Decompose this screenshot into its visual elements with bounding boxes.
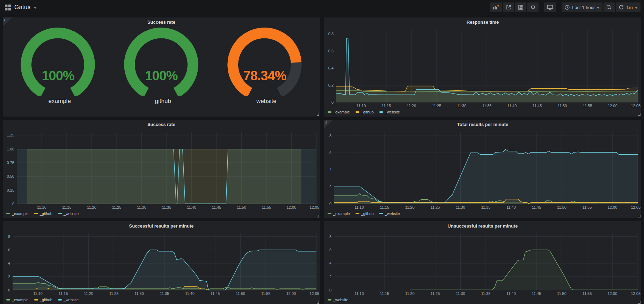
time-range-label: Last 1 hour (572, 5, 595, 10)
chart-canvas[interactable]: 11:1011:1511:2011:2511:3011:3511:4011:45… (324, 230, 641, 297)
refresh-button[interactable]: 1m (616, 2, 641, 12)
unsuccessful-results-chart[interactable]: 11:1011:1511:2011:2511:3011:3511:4011:45… (324, 230, 641, 297)
panel-info-icon[interactable]: i (3, 17, 12, 27)
total-results-chart[interactable]: 11:1011:1511:2011:2511:3011:3511:4011:45… (324, 129, 641, 210)
panel-title[interactable]: Total results per minute (457, 122, 508, 127)
legend-item-_github[interactable]: _github (356, 110, 374, 114)
legend-item-_github[interactable]: _github (34, 298, 52, 302)
save-button[interactable] (515, 2, 526, 12)
panel-resize-handle[interactable] (317, 301, 319, 304)
x-axis-tick-label: 11:20 (84, 291, 93, 296)
legend-item-_example[interactable]: _example (328, 110, 350, 114)
gear-icon: ⚙ (530, 5, 535, 10)
y-axis-tick-label: 2 (8, 275, 10, 279)
navbar: Gatus ⚙ (0, 0, 644, 15)
gauge-value-arc (130, 33, 193, 92)
share-button[interactable] (503, 2, 514, 12)
chart-canvas[interactable]: 11:1011:1511:2011:2511:3011:3511:4011:45… (3, 129, 320, 210)
x-axis-tick-label: 11:25 (432, 104, 441, 108)
x-axis-tick-label: 11:55 (261, 291, 271, 296)
panel-resize-handle[interactable] (317, 113, 319, 116)
add-panel-button[interactable] (490, 2, 502, 12)
x-axis-tick-label: 11:15 (382, 104, 391, 108)
chart-legend: _example_github_website (324, 210, 641, 218)
chart-legend: _example_github_website (3, 210, 320, 218)
cycle-view-button[interactable] (544, 2, 556, 12)
panel-resize-handle[interactable] (638, 215, 641, 217)
x-axis-tick-label: 11:55 (583, 205, 592, 209)
legend-item-_example[interactable]: _example (328, 212, 350, 216)
x-axis-tick-label: 12:05 (309, 205, 319, 209)
series-fill-_website (410, 250, 638, 290)
legend-swatch (328, 111, 331, 113)
x-axis-tick-label: 11:15 (380, 291, 389, 296)
x-axis-tick-label: 11:25 (431, 291, 440, 296)
panel-resize-handle[interactable] (317, 215, 319, 217)
successful-results-chart[interactable]: 11:1011:1511:2011:2511:3011:3511:4011:45… (3, 230, 320, 297)
x-axis-tick-label: 11:25 (109, 291, 119, 296)
panel-total-results: i Total results per minute 11:1011:1511:… (324, 120, 641, 218)
x-axis-tick-label: 11:40 (506, 205, 516, 209)
x-axis-tick-label: 12:00 (608, 205, 617, 209)
chart-canvas[interactable]: 11:1011:1511:2011:2511:3011:3511:4011:45… (3, 230, 320, 297)
series-fill-_website (17, 149, 316, 204)
gauge-_github: 100%_github (110, 27, 212, 114)
legend-item-_website[interactable]: _website (379, 110, 400, 114)
time-range-caret-icon (597, 7, 600, 9)
legend-label: _github (361, 212, 374, 216)
legend-item-_example[interactable]: _example (6, 298, 29, 302)
x-axis-tick-label: 11:50 (557, 205, 566, 209)
panel-title[interactable]: Response time (467, 20, 499, 25)
series-fill-_website (334, 149, 638, 204)
chart-canvas[interactable]: 11:1011:1511:2011:2511:3011:3511:4011:45… (324, 129, 641, 210)
x-axis-tick-label: 11:50 (558, 104, 567, 108)
y-axis-tick-label: 0.2 (328, 83, 334, 87)
time-range-button[interactable]: Last 1 hour (562, 2, 602, 12)
panel-resize-handle[interactable] (638, 113, 641, 116)
zoom-out-icon (606, 5, 612, 10)
legend-swatch (58, 213, 62, 214)
legend-item-_example[interactable]: _example (6, 212, 29, 216)
dashboards-grid-icon[interactable] (5, 5, 11, 10)
dashboard-caret-down-icon[interactable] (34, 7, 37, 9)
x-axis-tick-label: 12:00 (608, 291, 617, 296)
panel-info-icon[interactable]: i (324, 120, 333, 129)
y-axis-tick-label: 0.8 (328, 32, 334, 36)
legend-label: _example (12, 212, 29, 216)
x-axis-tick-label: 11:35 (482, 104, 492, 108)
legend-label: _website (385, 212, 400, 216)
y-axis-tick-label: 4 (329, 168, 331, 172)
panel-title[interactable]: Success rate (147, 122, 175, 127)
success-rate-chart[interactable]: 11:1011:1511:2011:2511:3011:3511:4011:45… (3, 129, 320, 210)
legend-swatch (379, 111, 383, 113)
dashboard-grid: i Success rate 100%_example100%_github78… (0, 15, 644, 304)
legend-item-_website[interactable]: _website (328, 298, 348, 302)
gauge-_example: 100%_example (7, 27, 109, 114)
legend-swatch (328, 299, 331, 301)
panel-title[interactable]: Successful results per minute (129, 223, 194, 229)
panel-title[interactable]: Unsuccessful results per minute (448, 223, 518, 229)
zoom-out-button[interactable] (603, 2, 615, 12)
dashboard-title[interactable]: Gatus (14, 4, 30, 11)
gauge-_website: 78.34%_website (213, 27, 316, 114)
legend-swatch (6, 299, 10, 301)
x-axis-tick-label: 11:45 (533, 104, 542, 108)
response-time-chart[interactable]: 11:1011:1511:2011:2511:3011:3511:4011:45… (324, 27, 641, 109)
legend-item-_website[interactable]: _website (379, 212, 400, 216)
chart-canvas[interactable]: 11:1011:1511:2011:2511:3011:3511:4011:45… (324, 27, 641, 109)
legend-item-_website[interactable]: _website (58, 212, 79, 216)
x-axis-tick-label: 12:05 (631, 205, 641, 209)
settings-button[interactable]: ⚙ (527, 2, 539, 12)
legend-item-_github[interactable]: _github (34, 212, 52, 216)
gauge-value: 100% (7, 68, 109, 83)
x-axis-tick-label: 11:50 (557, 291, 566, 296)
legend-swatch (58, 299, 62, 301)
y-axis-tick-label: 0.25 (7, 188, 14, 192)
y-axis-tick-label: 0 (8, 288, 10, 292)
panel-title[interactable]: Success rate (147, 20, 175, 25)
legend-item-_github[interactable]: _github (356, 212, 374, 216)
legend-item-_website[interactable]: _website (58, 298, 79, 302)
legend-swatch (356, 111, 359, 113)
x-axis-tick-label: 11:20 (405, 205, 415, 209)
panel-resize-handle[interactable] (638, 301, 641, 304)
